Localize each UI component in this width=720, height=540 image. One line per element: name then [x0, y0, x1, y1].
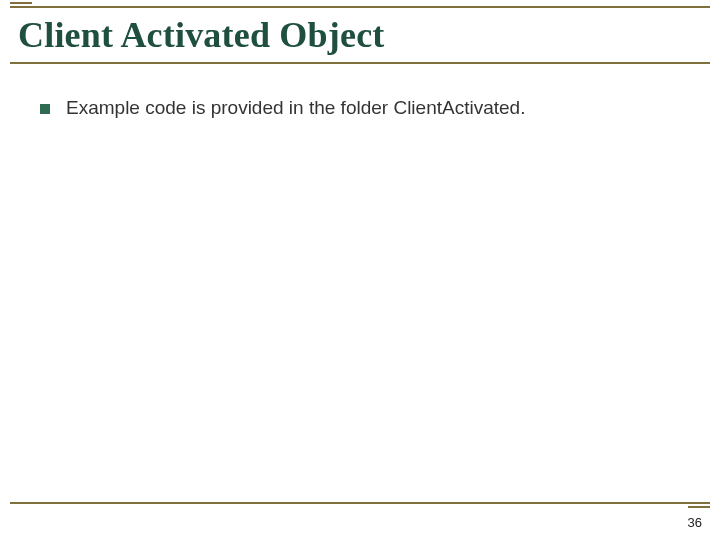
title-underline	[10, 62, 710, 64]
slide-title: Client Activated Object	[18, 14, 385, 56]
page-number: 36	[688, 515, 702, 530]
square-bullet-icon	[40, 104, 50, 114]
slide: Client Activated Object Example code is …	[0, 0, 720, 540]
top-rule	[10, 6, 710, 8]
slide-body: Example code is provided in the folder C…	[40, 96, 680, 121]
bullet-text: Example code is provided in the folder C…	[66, 96, 525, 121]
bottom-rule	[10, 502, 710, 504]
bullet-item: Example code is provided in the folder C…	[40, 96, 680, 121]
